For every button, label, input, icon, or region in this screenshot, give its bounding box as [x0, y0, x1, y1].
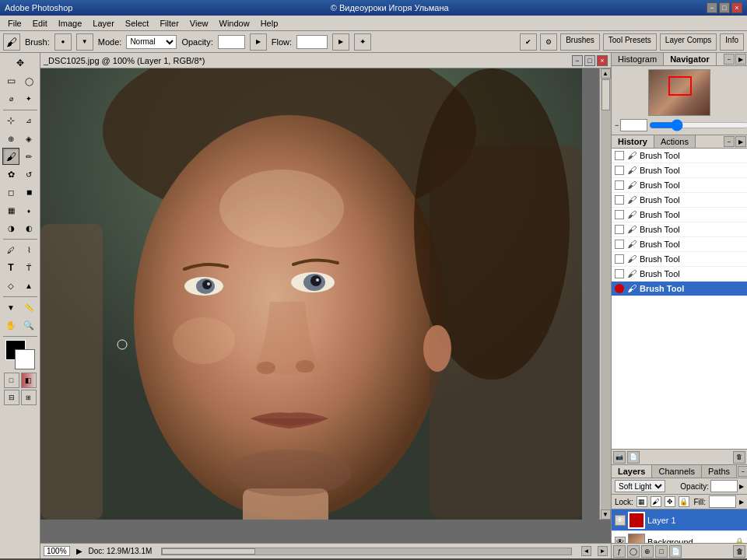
background-visibility[interactable]: 👁: [615, 537, 626, 544]
crop-tool[interactable]: ⊹: [2, 112, 19, 129]
menu-help[interactable]: Help: [256, 17, 283, 30]
delete-history-btn[interactable]: 🗑: [733, 451, 745, 464]
gradient-tool[interactable]: ▦: [2, 201, 19, 219]
canvas-close[interactable]: ×: [597, 55, 608, 66]
airbrush-button[interactable]: ✦: [354, 33, 371, 51]
lock-all-btn[interactable]: 🔒: [679, 496, 689, 507]
flow-input[interactable]: 100%: [296, 35, 328, 49]
canvas-hscrollbar[interactable]: [161, 548, 572, 555]
menu-filter[interactable]: Filter: [155, 17, 183, 30]
new-fill-btn[interactable]: ⊕: [641, 545, 654, 558]
patch-tool[interactable]: ◈: [20, 130, 37, 147]
history-item[interactable]: 🖌 Brush Tool: [612, 252, 747, 267]
options-button[interactable]: ⚙: [540, 33, 557, 51]
paths-tab[interactable]: Paths: [702, 465, 737, 478]
full-screen-btn[interactable]: ⊟: [4, 390, 19, 405]
layer-item-layer1[interactable]: 👁 Layer 1: [612, 509, 747, 531]
brush-tool-icon[interactable]: 🖌: [3, 33, 20, 51]
menu-image[interactable]: Image: [54, 17, 87, 30]
background-color[interactable]: [15, 349, 35, 369]
channels-tab[interactable]: Channels: [652, 465, 701, 478]
canvas-wrapper[interactable]: ▲ ▼: [40, 68, 611, 543]
new-layer-btn[interactable]: 📄: [669, 545, 682, 558]
add-mask-btn[interactable]: ◯: [627, 545, 640, 558]
history-menu-btn[interactable]: ▶: [735, 136, 746, 147]
history-checkbox[interactable]: [615, 166, 624, 175]
minimize-button[interactable]: −: [707, 2, 717, 13]
layer1-visibility[interactable]: 👁: [615, 515, 626, 526]
text-mask-tool[interactable]: T̈: [20, 259, 37, 276]
history-item[interactable]: 🖌 Brush Tool: [612, 237, 747, 252]
history-brush-tool[interactable]: ↺: [20, 166, 37, 183]
text-tool[interactable]: T: [2, 259, 19, 276]
actions-tab[interactable]: Actions: [654, 135, 696, 148]
canvas-hscroll-thumb[interactable]: [162, 548, 255, 555]
nav-zoom-out[interactable]: −: [615, 121, 619, 129]
lock-image-btn[interactable]: 🖌: [651, 496, 661, 507]
full-screen-menu-btn[interactable]: ⊞: [21, 390, 37, 405]
layer-item-background[interactable]: 👁 Background 🔒: [612, 531, 747, 543]
layers-minimize-btn[interactable]: −: [738, 466, 747, 477]
histogram-tab[interactable]: Histogram: [612, 53, 664, 65]
opacity-arrow[interactable]: ▶: [250, 33, 267, 51]
ellipse-marquee-tool[interactable]: ◯: [20, 72, 37, 89]
lock-position-btn[interactable]: ✥: [665, 496, 675, 507]
hand-tool[interactable]: ✋: [2, 317, 19, 334]
tool-presets-tab[interactable]: Tool Presets: [603, 33, 657, 51]
close-button[interactable]: ×: [731, 2, 742, 13]
brush-preview[interactable]: ●: [54, 33, 72, 51]
menu-view[interactable]: View: [185, 17, 213, 30]
layer-style-btn[interactable]: ƒ: [613, 545, 626, 558]
scroll-down-btn[interactable]: ▼: [601, 509, 611, 520]
canvas-scrollbar-right[interactable]: ▲ ▼: [599, 68, 611, 520]
layers-tab[interactable]: Layers: [612, 465, 652, 478]
flow-arrow[interactable]: ▶: [332, 33, 349, 51]
slice-tool[interactable]: ⊿: [20, 112, 37, 129]
history-item[interactable]: 🖌 Brush Tool: [612, 193, 747, 208]
magic-wand-tool[interactable]: ✦: [20, 90, 37, 107]
canvas-maximize[interactable]: □: [584, 55, 595, 66]
menu-file[interactable]: File: [3, 17, 26, 30]
lasso-tool[interactable]: ⌀: [2, 90, 19, 107]
magic-eraser-tool[interactable]: ◼: [20, 184, 37, 201]
pencil-tool[interactable]: ✏: [20, 148, 37, 165]
eraser-tool[interactable]: ◻: [2, 184, 19, 201]
measure-tool[interactable]: 📏: [20, 299, 37, 316]
hscroll-right[interactable]: ►: [598, 546, 608, 556]
history-item[interactable]: 🖌 Brush Tool: [612, 208, 747, 222]
brush-tool-btn[interactable]: 🖌: [2, 148, 19, 165]
layer-comps-tab[interactable]: Layer Comps: [660, 33, 717, 51]
nav-menu-btn[interactable]: ▶: [735, 54, 746, 65]
dodge-tool[interactable]: ◑: [2, 219, 19, 236]
brushes-tab[interactable]: Brushes: [560, 33, 600, 51]
scroll-up-btn[interactable]: ▲: [601, 68, 611, 79]
canvas-minimize[interactable]: −: [572, 55, 583, 66]
nav-thumbnail[interactable]: [648, 69, 710, 116]
maximize-button[interactable]: □: [719, 2, 730, 13]
history-checkbox[interactable]: [615, 254, 624, 264]
history-item[interactable]: 🖌 Brush Tool: [612, 222, 747, 237]
nav-minimize-btn[interactable]: −: [724, 54, 735, 65]
scroll-thumb[interactable]: [601, 79, 610, 110]
info-tab[interactable]: Info: [720, 33, 744, 51]
zoom-tool[interactable]: 🔍: [20, 317, 37, 334]
new-document-btn[interactable]: 📄: [627, 451, 640, 464]
history-checkbox[interactable]: [615, 240, 624, 249]
fill-input[interactable]: 100%: [709, 495, 736, 508]
canvas-image[interactable]: [40, 68, 582, 520]
path-select-tool[interactable]: ◇: [2, 277, 19, 294]
menu-edit[interactable]: Edit: [28, 17, 52, 30]
history-checkbox[interactable]: [615, 210, 624, 219]
history-checkbox[interactable]: [615, 151, 624, 160]
history-item[interactable]: 🖌 Brush Tool: [612, 178, 747, 193]
standard-mode[interactable]: □: [4, 373, 19, 388]
eyedropper-tool[interactable]: ▼: [2, 299, 19, 316]
history-tab[interactable]: History: [612, 135, 654, 148]
history-minimize-btn[interactable]: −: [724, 136, 735, 147]
burn-tool[interactable]: ◐: [20, 219, 37, 236]
heal-tool[interactable]: ⊕: [2, 130, 19, 147]
delete-layer-btn[interactable]: 🗑: [733, 545, 745, 558]
nav-zoom-input[interactable]: 100%: [620, 119, 647, 131]
pen-tool[interactable]: 🖊: [2, 241, 19, 258]
new-group-btn[interactable]: □: [655, 545, 668, 558]
